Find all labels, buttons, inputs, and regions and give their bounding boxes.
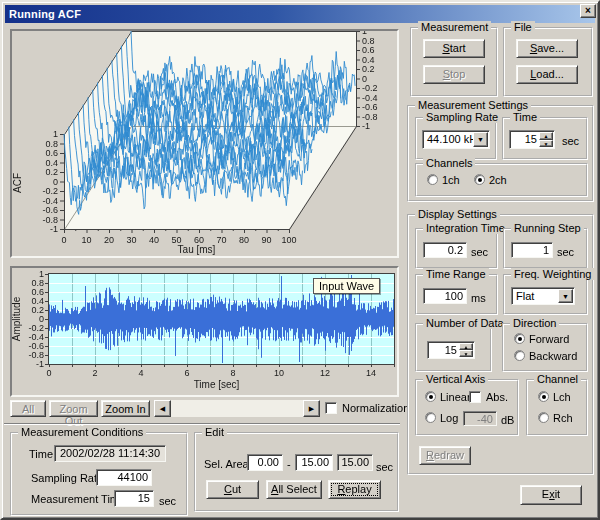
chevron-down-icon[interactable]: ▼ [558,289,573,303]
start-button[interactable]: Start [423,39,485,58]
running-acf-window: Running ACF × Input Wave All Zoom Out Zo… [0,0,600,520]
sec-unit-label: sec [562,135,579,147]
group-title: Time Range [423,268,489,280]
running-step-field[interactable]: 1 [511,242,553,258]
load-button[interactable]: Load... [516,65,578,84]
exit-button[interactable]: Exit [520,485,582,505]
radio-linear[interactable]: Linear [425,391,475,404]
radio-1ch[interactable]: 1ch [427,174,469,187]
freq-weighting-combo[interactable]: Flat ▼ [511,287,575,305]
all-button[interactable]: All [10,400,46,417]
zoom-in-button[interactable]: Zoom In [101,400,150,417]
group-title: Number of Data [423,317,507,329]
vertical-axis-group: Vertical Axis Linear Abs. Log -40 dB [415,379,519,436]
radio-label: Linear [440,391,471,403]
measurement-time-label: Measurement Time [31,493,125,505]
time-spinner[interactable]: 15 ▲ ▼ [509,130,555,149]
integration-time-field[interactable]: 0.2 [423,242,467,258]
time-label: Time [29,448,53,460]
radio-circle [514,333,525,344]
measurement-group: Measurement Start Stop [410,27,498,97]
group-title: Measurement [418,21,491,33]
dash-label: - [287,458,291,470]
time-group: Time 15 ▲ ▼ sec [502,117,588,160]
group-title: Integration Time [423,222,508,234]
radio-label: Log [440,412,458,424]
spin-down-icon[interactable]: ▼ [459,350,473,357]
title-bar[interactable]: Running ACF [5,5,595,23]
sec-unit-label: sec [557,246,574,258]
group-title: Channels [423,157,475,169]
scroll-left-icon[interactable]: ◀ [154,400,171,417]
radio-label: Forward [529,333,569,345]
spin-down-icon[interactable]: ▼ [539,140,553,148]
input-wave-tooltip: Input Wave [313,278,380,294]
edit-group: Edit Sel. Area 0.00 - 15.00 15.00 sec Cu… [194,432,399,512]
all-select-button[interactable]: All Select [266,480,322,499]
abs-checkbox[interactable]: Abs. [469,391,513,404]
group-title: Vertical Axis [423,373,488,385]
close-button[interactable]: × [580,4,596,18]
radio-rch[interactable]: Rch [538,412,578,425]
replay-button[interactable]: Replay [328,480,381,499]
display-settings-group: Display Settings Integration Time 0.2 se… [407,214,594,475]
sec-unit-label: sec [376,461,393,473]
scroll-right-icon[interactable]: ▶ [303,400,320,417]
normalization-checkbox[interactable]: Normalization [325,402,395,415]
chevron-down-icon[interactable]: ▼ [473,132,488,147]
checkbox-label: Abs. [486,391,508,403]
save-button[interactable]: Save... [516,39,578,58]
number-of-data-group: Number of Data 15 ▲ ▼ [415,323,492,372]
sampling-rate-combo[interactable]: 44.100 kHz ▼ [422,130,490,149]
zoom-out-button[interactable]: Zoom Out [49,400,98,417]
radio-circle [427,174,438,185]
group-title: Measurement Conditions [18,426,146,438]
checkbox-label: Normalization [342,402,409,414]
separator [4,423,400,425]
spin-up-icon[interactable]: ▲ [459,343,473,350]
time-value-field: 2002/02/28 11:14:30 [54,445,166,462]
stop-button[interactable]: Stop [423,65,485,84]
group-title: Sampling Rate [423,111,501,123]
measurement-conditions-group: Measurement Conditions Time 2002/02/28 1… [10,432,188,516]
radio-circle [474,174,485,185]
radio-circle [514,350,525,361]
sampling-rate-group: Sampling Rate 44.100 kHz ▼ [415,117,497,160]
group-title: Display Settings [415,208,500,220]
group-title: Running Step [511,222,584,234]
sel-area-from-field[interactable]: 0.00 [247,454,283,471]
group-title: Time [510,111,540,123]
radio-lch[interactable]: Lch [538,391,578,404]
radio-2ch[interactable]: 2ch [474,174,516,187]
radio-circle [538,412,549,423]
spin-up-icon[interactable]: ▲ [539,132,553,140]
time-range-field[interactable]: 100 [423,288,467,304]
radio-label: Lch [553,391,571,403]
spinner-value: 15 [430,344,457,356]
wave-plot-panel: Input Wave [10,266,399,397]
group-title: Direction [510,317,559,329]
acf-waterfall-chart [12,31,397,256]
wave-scrollbar[interactable]: ◀ ▶ [154,400,320,417]
db-unit-label: dB [501,414,514,426]
channel-group: Channel Lch Rch [526,379,588,436]
file-group: File Save... Load... [503,27,593,97]
sel-area-total-field: 15.00 [337,454,373,471]
redraw-button[interactable]: Redraw [419,446,471,465]
radio-forward[interactable]: Forward [514,333,580,346]
channels-group: Channels 1ch 2ch [415,163,588,197]
radio-label: 1ch [442,174,460,186]
sel-area-to-field[interactable]: 15.00 [295,454,333,471]
radio-backward[interactable]: Backward [514,350,580,363]
number-of-data-spinner[interactable]: 15 ▲ ▼ [427,341,475,359]
radio-log[interactable]: Log [425,412,465,425]
cut-button[interactable]: Cut [206,480,259,499]
ms-unit-label: ms [471,292,486,304]
radio-label: Rch [553,412,573,424]
radio-label: 2ch [489,174,507,186]
radio-circle [538,391,549,402]
db-value-field: -40 [463,411,497,426]
sampling-rate-value-field: 44100 [96,469,152,486]
group-title: File [511,21,535,33]
group-title: Edit [202,426,227,438]
